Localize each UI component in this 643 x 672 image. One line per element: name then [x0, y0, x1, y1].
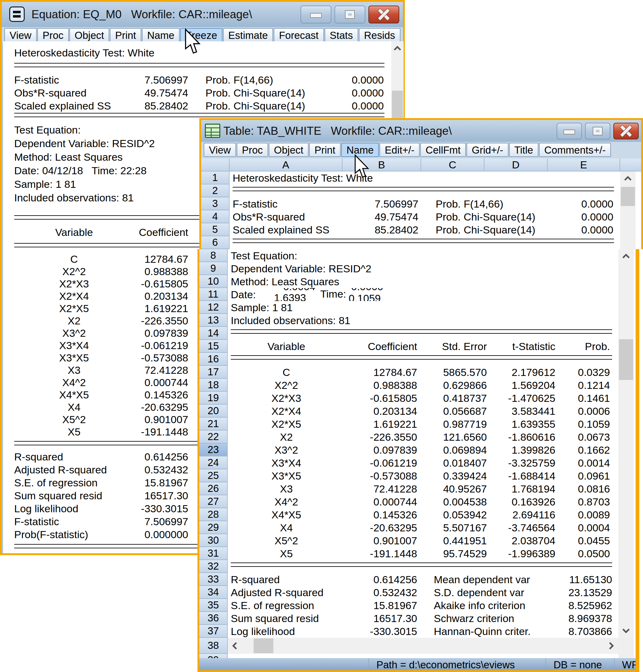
row-header[interactable]: 20: [199, 405, 228, 418]
table-row[interactable]: 12 Sample: 1 81: [199, 301, 618, 314]
row-header[interactable]: 15: [199, 340, 228, 353]
menu-item-name[interactable]: Name: [142, 28, 180, 42]
coef-row[interactable]: 26 X372.4122840.952671.7681940.0816: [199, 482, 618, 495]
table-row[interactable]: 4 Obs*R-squared 49.75474 Prob. Chi-Squar…: [201, 210, 620, 223]
row-header[interactable]: 24: [199, 457, 228, 469]
table-row[interactable]: 14: [199, 327, 618, 340]
scroll-up-button[interactable]: [618, 249, 634, 263]
table-row[interactable]: 5 Scaled explained SS 85.28402 Prob. Chi…: [201, 223, 620, 236]
row-header[interactable]: 26: [199, 482, 228, 495]
coef-row[interactable]: 24 X3*X4-0.0612190.018407-3.3257590.0014: [199, 457, 618, 469]
coef-row[interactable]: 29 X4-20.632955.507167-3.7465640.0004: [199, 521, 618, 534]
corner-cell[interactable]: [201, 159, 230, 172]
table-row[interactable]: 1 Heteroskedasticity Test: White: [201, 172, 620, 184]
coef-row[interactable]: 22 X2-226.3550121.6560-1.8606160.0673: [199, 431, 618, 444]
row-header[interactable]: 9: [199, 262, 228, 275]
row-header[interactable]: 18: [199, 379, 228, 392]
row-header[interactable]: 38: [199, 638, 228, 654]
stat-row[interactable]: 33 R-squared0.614256Mean dependent var11…: [199, 573, 618, 586]
row-header[interactable]: 37: [199, 625, 228, 638]
row-header[interactable]: 39: [199, 654, 228, 658]
table-row[interactable]: 8 Test Equation:: [199, 249, 618, 262]
coef-row[interactable]: 31 X5-191.144895.74529-1.9963890.0500: [199, 547, 618, 560]
row-header[interactable]: 27: [199, 495, 228, 508]
table-row[interactable]: 13 Included observations: 81: [199, 314, 618, 327]
menu-item-proc[interactable]: Proc: [37, 28, 69, 42]
close-button[interactable]: [368, 5, 399, 23]
coef-row[interactable]: 30 X5^20.9010070.4419512.0387040.0455: [199, 534, 618, 547]
column-header-c[interactable]: C: [421, 159, 484, 172]
stat-row[interactable]: 36 Sum squared resid16517.30Schwarz crit…: [199, 612, 618, 625]
table-row[interactable]: 2: [201, 184, 620, 197]
table-row[interactable]: 3 F-statistic 7.506997 Prob. F(14,66) 0.…: [201, 197, 620, 210]
row-header[interactable]: 12: [199, 301, 228, 314]
row-header[interactable]: 3: [201, 197, 230, 210]
table-row-glitched[interactable]: 11 Date: 0.0004 0.0000 1.6393 Time: 0.10…: [199, 288, 618, 301]
row-header[interactable]: 13: [199, 314, 228, 327]
row-header[interactable]: 35: [199, 599, 228, 612]
menu-item-estimate[interactable]: Estimate: [223, 28, 273, 42]
table-row[interactable]: 16: [199, 353, 618, 366]
coef-row[interactable]: 17 C12784.675865.5702.1796120.0329: [199, 366, 618, 379]
menu-item-edit[interactable]: Edit+/-: [379, 143, 420, 157]
stat-row[interactable]: 37 Log likelihood-330.3015Hannan-Quinn c…: [199, 625, 618, 638]
menu-item-cellfmt[interactable]: CellFmt: [420, 143, 466, 157]
row-header[interactable]: 34: [199, 586, 228, 599]
scrollbar-thumb[interactable]: [254, 638, 274, 653]
row-header[interactable]: 4: [201, 210, 230, 223]
coef-row[interactable]: 21 X2*X51.6192210.9877191.6393550.1059: [199, 418, 618, 431]
row-header[interactable]: 31: [199, 547, 228, 560]
table-row[interactable]: 6: [201, 236, 620, 249]
scroll-right-button[interactable]: [604, 638, 618, 654]
minimize-button[interactable]: [301, 5, 331, 23]
row-header[interactable]: 30: [199, 534, 228, 547]
menu-item-view[interactable]: View: [204, 143, 236, 157]
equation-title-bar[interactable]: Equation: EQ_M0 Workfile: CAR::mileage\: [2, 2, 403, 27]
coef-row[interactable]: 23 X3^20.0978390.0698941.3998260.1662: [199, 444, 618, 457]
table-row[interactable]: 10 Method: Least Squares: [199, 275, 618, 288]
menu-item-view[interactable]: View: [4, 28, 37, 42]
row-header-selected[interactable]: 23: [199, 444, 228, 457]
coef-row[interactable]: 27 X4^20.0007440.0045380.1639260.8703: [199, 495, 618, 508]
stat-row[interactable]: 35 S.E. of regression15.81967Akaike info…: [199, 599, 618, 612]
row-header[interactable]: 19: [199, 392, 228, 405]
row-header[interactable]: 36: [199, 612, 228, 625]
coef-row[interactable]: 25 X3*X5-0.5730880.339424-1.6884140.0961: [199, 469, 618, 482]
table-row[interactable]: 32: [199, 560, 618, 573]
menu-item-object[interactable]: Object: [269, 143, 308, 157]
menu-item-stats[interactable]: Stats: [325, 28, 358, 42]
menu-item-resids[interactable]: Resids: [359, 28, 400, 42]
maximize-button[interactable]: [585, 123, 610, 139]
stat-row[interactable]: 34 Adjusted R-squared0.532432S.D. depend…: [199, 586, 618, 599]
coef-row[interactable]: 19 X2*X3-0.6158050.418737-1.4706250.1461: [199, 392, 618, 405]
minimize-button[interactable]: [557, 123, 582, 139]
coef-header-row[interactable]: 15 Variable Coefficient Std. Error t-Sta…: [199, 340, 618, 353]
row-header[interactable]: 22: [199, 431, 228, 444]
close-button[interactable]: [614, 123, 639, 139]
row-header[interactable]: 8: [199, 249, 228, 262]
column-header-d[interactable]: D: [484, 159, 548, 172]
row-header[interactable]: 29: [199, 521, 228, 534]
row-header[interactable]: 2: [201, 184, 230, 197]
scroll-up-button[interactable]: [620, 172, 635, 186]
menu-item-proc[interactable]: Proc: [236, 143, 268, 157]
row-header[interactable]: 14: [199, 327, 228, 340]
menu-item-grid[interactable]: Grid+/-: [466, 143, 509, 157]
menu-item-forecast[interactable]: Forecast: [274, 28, 324, 42]
scroll-up-button[interactable]: [391, 41, 403, 55]
row-header[interactable]: 5: [201, 223, 230, 236]
row-header[interactable]: 25: [199, 469, 228, 482]
row-header[interactable]: 32: [199, 560, 228, 573]
row-header[interactable]: 21: [199, 418, 228, 431]
menu-item-title[interactable]: Title: [509, 143, 538, 157]
coef-row[interactable]: 18 X2^20.9883880.6298661.5692040.1214: [199, 379, 618, 392]
column-header-e[interactable]: E: [548, 159, 620, 172]
table-row[interactable]: 9 Dependent Variable: RESID^2: [199, 262, 618, 275]
row-header[interactable]: 33: [199, 573, 228, 586]
menu-item-print[interactable]: Print: [110, 28, 141, 42]
row-header[interactable]: 28: [199, 508, 228, 521]
row-header[interactable]: 11: [199, 288, 228, 301]
menu-item-comments[interactable]: Comments+/-: [539, 143, 611, 157]
row-header[interactable]: 10: [199, 275, 228, 288]
column-header-a[interactable]: A: [230, 159, 342, 172]
